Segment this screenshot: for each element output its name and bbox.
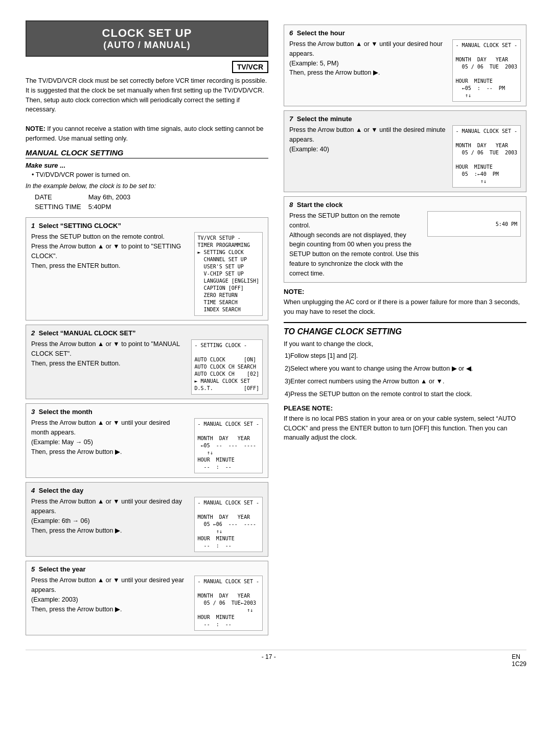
step-3-screen: - MANUAL CLOCK SET - MONTH DAY YEAR ←05 … [194,418,263,473]
step-8-num: 8 [289,201,293,209]
step-8-screen: 5:40 PM [427,211,521,237]
step-6-title: Select the hour [297,29,345,37]
step-6-num: 6 [289,29,293,37]
step-5-text: Press the Arrow button ▲ or ▼ until your… [31,576,189,614]
step-8-title: Start the clock [297,201,343,209]
note-heading: NOTE: [284,288,526,295]
step-2-content: Press the Arrow button ▲ or ▼ to point t… [31,339,263,395]
date-value: May 6th, 2003 [88,193,136,201]
please-note-section: PLEASE NOTE: If there is no local PBS st… [284,404,526,443]
page-footer: - 17 - EN 1C29 [26,650,526,668]
step-4-header: 4 Select the day [31,487,263,494]
step-5-screen: - MANUAL CLOCK SET - MONTH DAY YEAR 05 /… [194,576,263,631]
step-5-box: 5 Select the year Press the Arrow button… [26,561,268,635]
step-6-content: Press the Arrow button ▲ or ▼ until your… [289,39,521,102]
step-7-box: 7 Select the minute Press the Arrow butt… [284,110,526,192]
footer-right: EN 1C29 [512,653,526,668]
step-1-title: Select “SETTING CLOCK” [39,222,121,230]
step-7-title: Select the minute [297,115,352,123]
step-3-header: 3 Select the month [31,408,263,416]
right-column: 6 Select the hour Press the Arrow button… [284,20,526,639]
step-2-num: 2 [31,329,35,337]
page-title-main: CLOCK SET UP [37,27,257,40]
date-label: DATE [35,193,87,201]
step-1-content: Press the SETUP button on the remote con… [31,232,263,316]
note-section: NOTE: When unplugging the AC cord or if … [284,288,526,317]
step-4-title: Select the day [39,487,83,494]
step-1-header: 1 Select “SETTING CLOCK” [31,222,263,230]
change-section: TO CHANGE CLOCK SETTING If you want to c… [284,322,526,399]
note-body: When unplugging the AC cord or if there … [284,297,526,317]
change-intro: If you want to change the clock, [284,340,526,348]
change-step-2: 2)Select where you want to change using … [285,363,526,374]
step-2-header: 2 Select “MANUAL CLOCK SET” [31,329,263,337]
footer-code: 1C29 [512,660,526,668]
step-3-title: Select the month [39,408,93,416]
change-section-header: TO CHANGE CLOCK SETTING [284,327,526,336]
step-2-screen: - SETTING CLOCK - AUTO CLOCK [ON] AUTO C… [191,339,263,395]
step-3-num: 3 [31,408,35,416]
step-8-content: Press the SETUP button on the remote con… [289,211,521,278]
note-bold: NOTE: [26,125,45,132]
step-4-num: 4 [31,487,35,494]
please-note-body: If there is no local PBS station in your… [284,414,526,443]
step-4-screen: - MANUAL CLOCK SET - MONTH DAY YEAR 05 ←… [194,497,263,552]
footer-page-number: - 17 - [262,653,276,668]
example-intro: In the example below, the clock is to be… [26,182,268,190]
make-sure-item-1: • TV/DVD/VCR power is turned on. [32,171,268,178]
change-step-3: 3)Enter correct numbers using the Arrow … [285,376,526,386]
step-3-text: Press the Arrow button ▲ or ▼ until your… [31,418,189,456]
intro-text: The TV/DVD/VCR clock must be set correct… [26,76,268,143]
step-3-content: Press the Arrow button ▲ or ▼ until your… [31,418,263,473]
step-1-num: 1 [31,222,35,230]
make-sure-label: Make sure ... [26,162,268,169]
note-text-inline: If you cannot receive a station with tim… [26,125,264,142]
change-step-1: 1)Follow steps [1] and [2]. [285,351,526,361]
step-6-header: 6 Select the hour [289,29,521,37]
please-note-heading: PLEASE NOTE: [284,404,526,412]
step-1-box: 1 Select “SETTING CLOCK” Press the SETUP… [26,217,268,320]
step-4-content: Press the Arrow button ▲ or ▼ until your… [31,497,263,552]
step-6-box: 6 Select the hour Press the Arrow button… [284,25,526,106]
step-1-text: Press the SETUP button on the remote con… [31,232,189,270]
step-7-content: Press the Arrow button ▲ or ▼ until the … [289,125,521,188]
footer-lang: EN [512,653,520,660]
step-7-text: Press the Arrow button ▲ or ▼ until the … [289,125,447,154]
step-8-box: 8 Start the clock Press the SETUP button… [284,196,526,283]
step-5-num: 5 [31,565,35,573]
step-8-text: Press the SETUP button on the remote con… [289,211,422,278]
tv-vcr-badge: TV/VCR [232,61,268,73]
step-6-text: Press the Arrow button ▲ or ▼ until your… [289,39,447,78]
step-2-text: Press the Arrow button ▲ or ▼ to point t… [31,339,186,368]
step-2-title: Select “MANUAL CLOCK SET” [39,329,136,337]
step-4-text: Press the Arrow button ▲ or ▼ until your… [31,497,189,535]
intro-para-1: The TV/DVD/VCR clock must be set correct… [26,77,267,113]
step-8-header: 8 Start the clock [289,201,521,209]
step-3-box: 3 Select the month Press the Arrow butto… [26,403,268,478]
step-1-screen: TV/VCR SETUP - TIMER PROGRAMMING ► SETTI… [194,232,263,316]
step-7-num: 7 [289,115,293,123]
page-title-box: CLOCK SET UP (AUTO / MANUAL) [26,20,268,57]
setting-time-value: 5:40PM [88,202,136,211]
left-column: CLOCK SET UP (AUTO / MANUAL) TV/VCR The … [26,20,268,639]
step-5-title: Select the year [39,565,86,573]
step-7-screen: - MANUAL CLOCK SET - MONTH DAY YEAR 05 /… [452,125,521,188]
step-7-header: 7 Select the minute [289,115,521,123]
step-4-box: 4 Select the day Press the Arrow button … [26,482,268,557]
page-title-sub: (AUTO / MANUAL) [37,40,257,51]
setting-time-label: SETTING TIME [35,202,87,211]
step-5-header: 5 Select the year [31,565,263,573]
manual-section-header: MANUAL CLOCK SETTING [26,148,268,158]
step-6-screen: - MANUAL CLOCK SET - MONTH DAY YEAR 05 /… [452,39,521,102]
change-steps-list: 1)Follow steps [1] and [2]. 2)Select whe… [285,351,526,399]
step-5-content: Press the Arrow button ▲ or ▼ until your… [31,576,263,631]
date-table: DATE May 6th, 2003 SETTING TIME 5:40PM [34,192,137,212]
step-2-box: 2 Select “MANUAL CLOCK SET” Press the Ar… [26,325,268,399]
change-step-4: 4)Press the SETUP button on the remote c… [285,389,526,399]
